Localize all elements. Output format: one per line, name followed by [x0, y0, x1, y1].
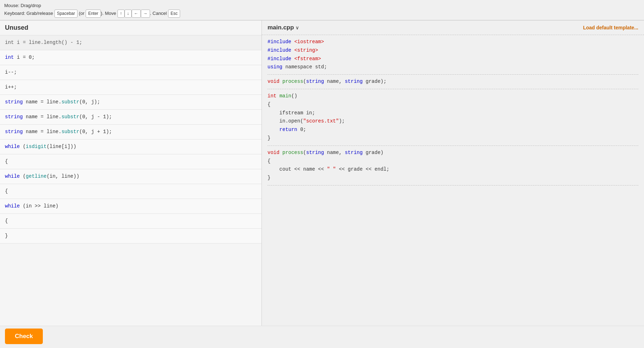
editor-header: main.cpp ∨ Load default template... [262, 21, 644, 35]
code-editor: #include <iostream> #include <string> #i… [262, 35, 644, 326]
list-item[interactable]: string name = line.substr(0, j - 1); [0, 110, 261, 125]
unused-panel-title: Unused [0, 21, 261, 35]
list-item[interactable]: int i = line.length() - 1; [0, 35, 261, 50]
list-item[interactable]: i--; [0, 65, 261, 80]
list-item[interactable]: while (getline(in, line)) [0, 169, 261, 184]
editor-panel: main.cpp ∨ Load default template... #inc… [262, 21, 644, 326]
process-function-section: void process(string name, string grade) … [268, 149, 638, 186]
instruction-line1: Mouse: Drag/drop [4, 3, 41, 8]
file-title-container: main.cpp ∨ [268, 24, 299, 31]
right-key: → [141, 10, 150, 18]
list-item[interactable]: } [0, 229, 261, 244]
declaration-section: void process(string name, string grade); [268, 78, 638, 89]
list-item[interactable]: string name = line.substr(0, j + 1); [0, 125, 261, 139]
main-function-section: int main() { ifstream in; in.open("score… [268, 92, 638, 146]
code-list: int i = line.length() - 1; int i = 0; i-… [0, 35, 261, 326]
file-title: main.cpp [268, 24, 294, 31]
list-item[interactable]: while (in >> line) [0, 199, 261, 214]
list-item[interactable]: { [0, 184, 261, 199]
up-key: ↑ [117, 10, 125, 18]
load-default-link[interactable]: Load default template... [583, 25, 638, 30]
list-item[interactable]: while (isdigit(line[i])) [0, 139, 261, 154]
enter-key: Enter [86, 10, 101, 18]
bottom-bar: Check [0, 326, 644, 347]
list-item[interactable]: i++; [0, 80, 261, 95]
unused-panel: Unused int i = line.length() - 1; int i … [0, 21, 262, 326]
includes-section: #include <iostream> #include <string> #i… [268, 38, 638, 75]
instruction-line2: Keyboard: Grab/release Spacebar (or Ente… [4, 11, 180, 16]
spacebar-key: Spacebar [54, 10, 77, 18]
list-item[interactable]: { [0, 214, 261, 229]
list-item[interactable]: { [0, 154, 261, 169]
left-key: ← [132, 10, 141, 18]
check-button[interactable]: Check [5, 329, 43, 344]
list-item[interactable]: string name = line.substr(0, j); [0, 95, 261, 110]
esc-key: Esc [168, 10, 180, 18]
list-item[interactable]: int i = 0; [0, 50, 261, 65]
instructions-bar: Mouse: Drag/drop Keyboard: Grab/release … [0, 0, 644, 20]
down-key: ↓ [125, 10, 132, 18]
chevron-down-icon[interactable]: ∨ [295, 25, 299, 30]
